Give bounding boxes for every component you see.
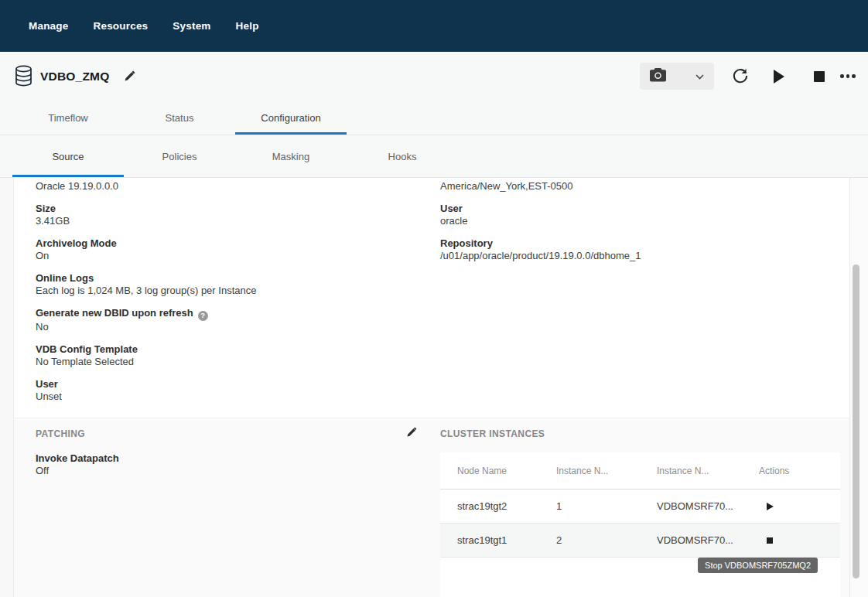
detail-value: oracle xyxy=(440,215,827,227)
detail-archivelog-mode: Archivelog Mode On xyxy=(36,237,407,262)
detail-value: No Template Selected xyxy=(36,356,407,368)
detail-label: Size xyxy=(36,203,407,215)
cell-node-name: strac19tgt2 xyxy=(457,500,556,512)
top-navbar: Manage Resources System Help xyxy=(0,0,868,52)
detail-invoke-datapatch: Invoke Datapatch Off xyxy=(36,452,119,477)
start-instance-button[interactable] xyxy=(759,503,774,510)
play-icon xyxy=(767,503,774,510)
pencil-icon xyxy=(124,73,135,84)
nav-item-system[interactable]: System xyxy=(173,20,210,32)
edit-patching-button[interactable] xyxy=(406,427,417,440)
column-header-node-name: Node Name xyxy=(457,466,556,476)
nav-item-manage[interactable]: Manage xyxy=(29,20,68,32)
column-header-instance-number: Instance N... xyxy=(556,466,657,476)
stop-icon xyxy=(767,537,773,544)
table-row: strac19tgt2 1 VDBOMSRF70... xyxy=(440,490,840,524)
detail-repository: Repository /u01/app/oracle/product/19.19… xyxy=(440,237,827,262)
table-header-row: Node Name Instance N... Instance N... Ac… xyxy=(440,452,840,490)
detail-online-logs: Online Logs Each log is 1,024 MB, 3 log … xyxy=(36,272,407,297)
cell-node-name: strac19tgt1 xyxy=(457,534,556,546)
details-left-column: Oracle 19.19.0.0.0 Size 3.41GB Archivelo… xyxy=(36,180,407,413)
pencil-icon xyxy=(406,428,417,440)
detail-label: User xyxy=(440,203,827,215)
snapshot-button[interactable] xyxy=(650,68,666,84)
column-header-actions: Actions xyxy=(759,466,840,476)
help-icon[interactable]: ? xyxy=(198,311,208,321)
detail-user: User Unset xyxy=(36,378,407,403)
refresh-vdb-button[interactable] xyxy=(731,67,750,87)
page-title: VDBO_ZMQ xyxy=(40,70,109,84)
detail-value: Unset xyxy=(36,391,407,403)
chevron-down-icon xyxy=(695,70,704,82)
cluster-instances-title: CLUSTER INSTANCES xyxy=(440,428,545,439)
stop-vdb-button[interactable] xyxy=(814,71,825,82)
detail-env-user: User oracle xyxy=(440,203,827,227)
table-row: strac19tgt1 2 VDBOMSRF70... xyxy=(440,524,840,558)
stop-instance-tooltip: Stop VDBOMSRF705ZMQ2 xyxy=(698,558,818,573)
tab-status[interactable]: Status xyxy=(124,101,235,135)
cell-instance-number: 2 xyxy=(556,534,657,546)
patching-section-title: PATCHING xyxy=(36,428,85,439)
detail-size: Size 3.41GB xyxy=(36,203,407,227)
detail-label: User xyxy=(36,378,407,391)
detail-label: Generate new DBID upon refresh? xyxy=(36,307,407,321)
snapshot-button-group xyxy=(640,63,714,90)
vertical-scrollbar-thumb[interactable] xyxy=(853,264,859,578)
detail-label: VDB Config Template xyxy=(36,343,407,356)
details-right-column: America/New_York,EST-0500 User oracle Re… xyxy=(440,180,827,272)
detail-label: Archivelog Mode xyxy=(36,237,407,250)
subtab-source[interactable]: Source xyxy=(12,135,124,177)
detail-value: 3.41GB xyxy=(36,215,407,227)
app-window: Manage Resources System Help VDBO_ZMQ xyxy=(0,0,868,597)
detail-vdb-config-template: VDB Config Template No Template Selected xyxy=(36,343,407,368)
subtab-hooks[interactable]: Hooks xyxy=(347,135,458,177)
subtab-policies[interactable]: Policies xyxy=(124,135,235,177)
nav-item-help[interactable]: Help xyxy=(236,20,259,32)
cluster-instances-section: CLUSTER INSTANCES Node Name Instance N..… xyxy=(440,418,849,597)
start-vdb-button[interactable] xyxy=(774,70,784,84)
camera-icon xyxy=(650,68,666,84)
detail-value: Oracle 19.19.0.0.0 xyxy=(36,180,407,193)
detail-label: Repository xyxy=(440,237,827,250)
stop-icon xyxy=(814,71,825,82)
cluster-instances-table: Node Name Instance N... Instance N... Ac… xyxy=(440,452,840,597)
nav-item-resources[interactable]: Resources xyxy=(93,20,148,32)
tab-timeflow[interactable]: Timeflow xyxy=(12,101,124,135)
more-actions-button[interactable] xyxy=(840,74,856,78)
detail-value: /u01/app/oracle/product/19.19.0.0/dbhome… xyxy=(440,250,827,262)
snapshot-dropdown-button[interactable] xyxy=(695,70,704,82)
rename-vdb-button[interactable] xyxy=(124,70,135,84)
stop-instance-button[interactable] xyxy=(759,537,773,544)
cell-instance-name: VDBOMSRF70... xyxy=(657,500,759,512)
detail-label: Invoke Datapatch xyxy=(36,452,119,465)
detail-value: America/New_York,EST-0500 xyxy=(440,180,827,193)
detail-label: Online Logs xyxy=(36,272,407,285)
cell-instance-name: VDBOMSRF70... xyxy=(657,534,759,546)
detail-generate-dbid: Generate new DBID upon refresh? No xyxy=(36,307,407,333)
column-header-instance-name: Instance N... xyxy=(657,466,759,476)
detail-timezone: America/New_York,EST-0500 xyxy=(440,180,827,193)
detail-value: No xyxy=(36,321,407,333)
tab-configuration[interactable]: Configuration xyxy=(235,101,347,135)
refresh-icon xyxy=(731,67,750,87)
vertical-scrollbar-track[interactable] xyxy=(849,178,868,597)
database-icon xyxy=(15,65,32,90)
play-icon xyxy=(774,70,784,84)
source-config-panel: Oracle 19.19.0.0.0 Size 3.41GB Archivelo… xyxy=(13,178,849,597)
subtab-masking[interactable]: Masking xyxy=(235,135,347,177)
header-band: VDBO_ZMQ xyxy=(0,52,868,178)
bottom-section: PATCHING Invoke Datapatch Off CLUSTER IN… xyxy=(14,418,849,597)
ellipsis-icon xyxy=(840,74,844,78)
detail-value: Each log is 1,024 MB, 3 log group(s) per… xyxy=(36,285,407,297)
detail-database-version: Oracle 19.19.0.0.0 xyxy=(36,180,407,193)
cell-instance-number: 1 xyxy=(556,500,657,512)
detail-value: Off xyxy=(36,465,119,477)
detail-value: On xyxy=(36,250,407,262)
